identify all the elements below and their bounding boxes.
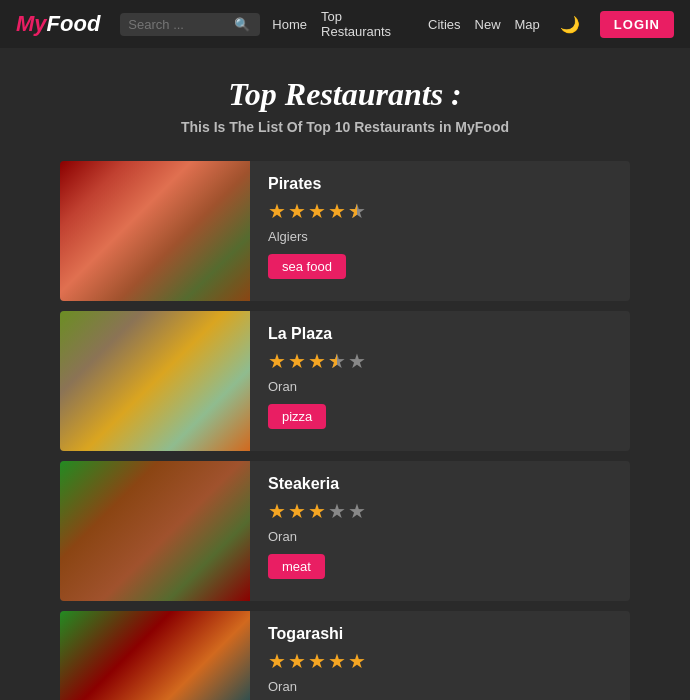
- star-full: ★: [268, 499, 286, 523]
- star-full: ★: [288, 499, 306, 523]
- restaurant-info: Togarashi★★★★★Oran: [250, 611, 384, 700]
- restaurant-city: Oran: [268, 379, 366, 394]
- restaurant-card: Togarashi★★★★★Oran: [60, 611, 630, 700]
- restaurant-image: [60, 611, 250, 700]
- restaurant-info: Steakeria★★★★★Oranmeat: [250, 461, 384, 601]
- restaurant-stars: ★★★★★: [268, 649, 366, 673]
- star-full: ★: [308, 499, 326, 523]
- page-title: Top Restaurants :: [16, 76, 674, 113]
- restaurant-info: La Plaza★★★★★★Oranpizza: [250, 311, 384, 451]
- restaurant-card: Steakeria★★★★★Oranmeat: [60, 461, 630, 601]
- search-input[interactable]: [128, 17, 228, 32]
- dark-mode-button[interactable]: 🌙: [554, 13, 586, 36]
- search-icon: 🔍: [234, 17, 250, 32]
- star-empty: ★: [348, 499, 366, 523]
- restaurant-list: Pirates★★★★★★Algierssea foodLa Plaza★★★★…: [0, 145, 690, 700]
- star-half: ★★: [328, 349, 346, 373]
- star-full: ★: [328, 649, 346, 673]
- nav-map[interactable]: Map: [515, 17, 540, 32]
- restaurant-stars: ★★★★★★: [268, 349, 366, 373]
- restaurant-stars: ★★★★★★: [268, 199, 366, 223]
- star-empty: ★: [328, 499, 346, 523]
- restaurant-image: [60, 161, 250, 301]
- page-header: Top Restaurants : This Is The List Of To…: [0, 48, 690, 145]
- star-full: ★: [268, 349, 286, 373]
- category-button[interactable]: meat: [268, 554, 325, 579]
- nav-cities[interactable]: Cities: [428, 17, 461, 32]
- star-full: ★: [308, 349, 326, 373]
- restaurant-card: Pirates★★★★★★Algierssea food: [60, 161, 630, 301]
- nav-top-restaurants[interactable]: Top Restaurants: [321, 9, 414, 39]
- navbar: MyFood 🔍 Home Top Restaurants Cities New…: [0, 0, 690, 48]
- nav-home[interactable]: Home: [272, 17, 307, 32]
- restaurant-stars: ★★★★★: [268, 499, 366, 523]
- restaurant-city: Oran: [268, 679, 366, 694]
- star-full: ★: [328, 199, 346, 223]
- restaurant-name: La Plaza: [268, 325, 366, 343]
- nav-new[interactable]: New: [475, 17, 501, 32]
- page-subtitle: This Is The List Of Top 10 Restaurants i…: [16, 119, 674, 135]
- star-full: ★: [268, 199, 286, 223]
- search-bar[interactable]: 🔍: [120, 13, 260, 36]
- restaurant-city: Algiers: [268, 229, 366, 244]
- restaurant-image: [60, 311, 250, 451]
- login-button[interactable]: LOGIN: [600, 11, 674, 38]
- restaurant-city: Oran: [268, 529, 366, 544]
- restaurant-card: La Plaza★★★★★★Oranpizza: [60, 311, 630, 451]
- restaurant-name: Pirates: [268, 175, 366, 193]
- star-full: ★: [308, 199, 326, 223]
- restaurant-image: [60, 461, 250, 601]
- restaurant-name: Togarashi: [268, 625, 366, 643]
- restaurant-name: Steakeria: [268, 475, 366, 493]
- star-half: ★★: [348, 199, 366, 223]
- star-full: ★: [308, 649, 326, 673]
- category-button[interactable]: sea food: [268, 254, 346, 279]
- restaurant-info: Pirates★★★★★★Algierssea food: [250, 161, 384, 301]
- nav-links: Home Top Restaurants Cities New Map 🌙 LO…: [272, 9, 674, 39]
- star-full: ★: [288, 349, 306, 373]
- category-button[interactable]: pizza: [268, 404, 326, 429]
- star-full: ★: [288, 649, 306, 673]
- star-empty: ★: [348, 349, 366, 373]
- star-full: ★: [268, 649, 286, 673]
- brand-logo[interactable]: MyFood: [16, 11, 100, 37]
- star-full: ★: [348, 649, 366, 673]
- star-full: ★: [288, 199, 306, 223]
